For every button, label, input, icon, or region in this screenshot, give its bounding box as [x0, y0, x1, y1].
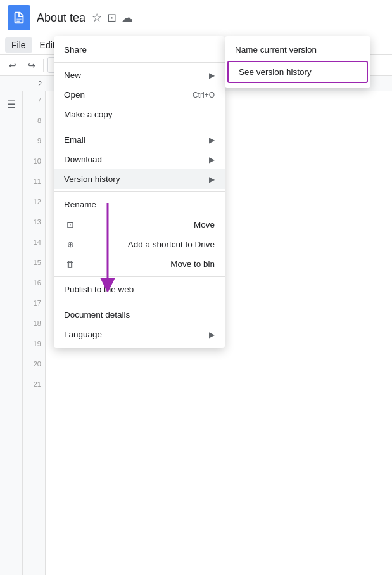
- separator: [54, 191, 225, 192]
- version-history-label: Version history: [64, 174, 120, 184]
- bin-icon: 🗑: [64, 259, 77, 269]
- menu-item-move-to-bin[interactable]: 🗑 Move to bin: [54, 254, 225, 274]
- download-label: Download: [64, 155, 102, 164]
- menu-file[interactable]: File: [5, 37, 32, 53]
- toolbar-divider: [43, 59, 44, 72]
- name-version-label: Name current version: [235, 45, 317, 55]
- svg-rect-1: [16, 19, 21, 20]
- redo-button[interactable]: ↪: [24, 58, 39, 73]
- move-to-bin-label: Move to bin: [170, 259, 215, 269]
- rename-label: Rename: [64, 200, 96, 209]
- svg-rect-0: [16, 18, 21, 18]
- menu-item-version-history[interactable]: Version history ▶: [54, 169, 225, 189]
- ruler-mark: 2: [38, 80, 42, 87]
- menu-item-email[interactable]: Email ▶: [54, 130, 225, 150]
- separator: [54, 302, 225, 302]
- make-copy-label: Make a copy: [64, 110, 113, 119]
- menu-item-share[interactable]: Share: [54, 40, 225, 60]
- undo-button[interactable]: ↩: [5, 58, 20, 73]
- share-label: Share: [64, 45, 87, 55]
- file-menu-dropdown: Share New ▶ Open Ctrl+O Make a copy Emai…: [54, 36, 225, 348]
- menu-item-move[interactable]: ⊡ Move: [54, 214, 225, 235]
- folder-icon[interactable]: ⊡: [107, 11, 117, 25]
- new-label: New: [64, 70, 81, 80]
- submenu-arrow: ▶: [209, 71, 215, 80]
- open-shortcut: Ctrl+O: [193, 91, 215, 100]
- submenu-arrow: ▶: [209, 175, 215, 184]
- svg-rect-2: [16, 21, 20, 22]
- doc-icon: [8, 5, 30, 30]
- separator: [54, 127, 225, 127]
- email-label: Email: [64, 135, 85, 145]
- menu-item-doc-details[interactable]: Document details: [54, 305, 225, 325]
- separator: [54, 276, 225, 277]
- separator: [54, 62, 225, 63]
- menu-item-make-copy[interactable]: Make a copy: [54, 105, 225, 124]
- submenu-item-see-history[interactable]: See version history: [227, 61, 368, 83]
- open-label: Open: [64, 90, 85, 100]
- version-history-submenu: Name current version See version history: [225, 36, 370, 88]
- menu-item-add-shortcut[interactable]: ⊕ Add a shortcut to Drive: [54, 235, 225, 254]
- add-shortcut-icon: ⊕: [64, 240, 77, 249]
- sidebar-icons: ☰: [0, 91, 23, 575]
- menu-item-open[interactable]: Open Ctrl+O: [54, 85, 225, 105]
- doc-details-label: Document details: [64, 310, 130, 320]
- title-icons-group: ☆ ⊡ ☁: [92, 11, 133, 25]
- see-version-history-label: See version history: [239, 67, 312, 77]
- submenu-arrow: ▶: [209, 155, 215, 164]
- menu-item-language[interactable]: Language ▶: [54, 325, 225, 344]
- line-numbers: 7 8 9 10 11 12 13 14 15 16 17 18 19 20 2…: [23, 91, 46, 575]
- top-bar: About tea ☆ ⊡ ☁: [0, 0, 392, 36]
- menu-item-publish[interactable]: Publish to the web: [54, 280, 225, 299]
- star-icon[interactable]: ☆: [92, 11, 102, 25]
- menu-item-download[interactable]: Download ▶: [54, 150, 225, 169]
- sidebar-outline-icon[interactable]: ☰: [4, 96, 19, 112]
- move-icon: ⊡: [64, 219, 77, 229]
- publish-label: Publish to the web: [64, 285, 134, 294]
- docs-logo-icon: [12, 11, 26, 25]
- move-label: Move: [194, 220, 215, 229]
- add-shortcut-label: Add a shortcut to Drive: [128, 240, 215, 249]
- submenu-arrow: ▶: [209, 136, 215, 145]
- submenu-arrow: ▶: [209, 330, 215, 339]
- menu-item-rename[interactable]: Rename: [54, 195, 225, 214]
- language-label: Language: [64, 330, 102, 339]
- document-title: About tea: [37, 11, 85, 25]
- cloud-icon[interactable]: ☁: [122, 11, 133, 25]
- menu-item-new[interactable]: New ▶: [54, 65, 225, 85]
- submenu-item-name-version[interactable]: Name current version: [225, 40, 370, 60]
